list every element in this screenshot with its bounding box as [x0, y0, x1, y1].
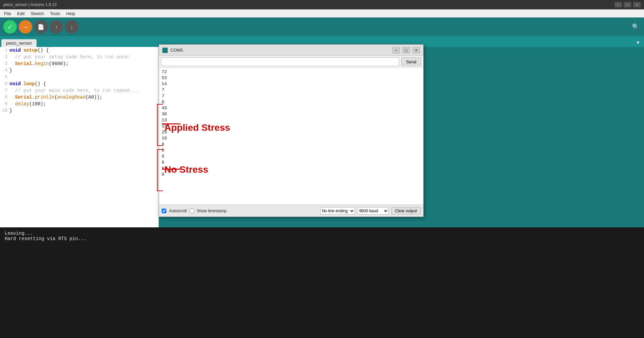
tab-dropdown-button[interactable]: ▾ [633, 38, 643, 47]
output-line: 8 [162, 148, 421, 154]
app-title: peizo_sensor | Arduino 1.8.13 [3, 2, 57, 7]
code-line-5: 5 [0, 74, 159, 80]
code-line-1: 1 void setup() { [0, 47, 159, 54]
code-line-9: 9 delay(100); [0, 101, 159, 107]
title-bar: peizo_sensor | Arduino 1.8.13 − □ × [0, 0, 644, 9]
search-button[interactable]: 🔍 [631, 22, 641, 32]
menu-file[interactable]: File [1, 10, 14, 17]
menu-tools[interactable]: Tools [47, 10, 63, 17]
console-line-1: Leaving... [5, 231, 639, 236]
serial-monitor-footer: Autoscroll Show timestamp No line ending… [159, 205, 423, 217]
serial-monitor-output[interactable]: 72 53 14 7 7 8 49 30 13 10 29 18 9 8 6 8… [159, 68, 423, 205]
title-bar-left: peizo_sensor | Arduino 1.8.13 [3, 2, 57, 7]
serial-monitor-titlebar: COM5 − □ × [159, 45, 423, 56]
serial-monitor-close[interactable]: × [413, 47, 420, 53]
new-button[interactable]: 📄 [34, 20, 48, 34]
upload-button[interactable]: → [19, 20, 32, 34]
save-button[interactable]: ↓ [65, 20, 78, 34]
code-line-10: 10 } [0, 107, 159, 114]
title-bar-controls: − □ × [614, 2, 641, 7]
output-line: 53 [162, 75, 421, 81]
minimize-button[interactable]: − [614, 2, 622, 7]
output-line: 7 [162, 93, 421, 99]
code-line-3: 3 Serial.begin(9600); [0, 60, 159, 67]
output-line: 8 [162, 99, 421, 105]
output-line: 29 [162, 129, 421, 135]
toolbar: ✓ → 📄 ↑ ↓ 🔍 [0, 17, 644, 36]
serial-monitor-window: COM5 − □ × Send 72 53 14 7 7 8 49 30 13 … [159, 44, 424, 217]
timestamp-label: Show timestamp [197, 209, 227, 213]
clear-output-button[interactable]: Clear output [391, 207, 421, 215]
autoscroll-label: Autoscroll [169, 209, 187, 213]
output-line: 8 [162, 160, 421, 166]
code-line-2: 2 // put your setup code here, to run on… [0, 54, 159, 60]
console-output: Leaving... Hard resetting via RTS pin... [0, 227, 644, 338]
tab-peizo-sensor[interactable]: peizo_sensor [1, 39, 37, 47]
menu-sketch[interactable]: Sketch [28, 10, 47, 17]
output-line: 18 [162, 135, 421, 142]
verify-button[interactable]: ✓ [3, 20, 17, 34]
output-line: 7 [162, 87, 421, 93]
code-editor[interactable]: 1 void setup() { 2 // put your setup cod… [0, 47, 159, 227]
close-button[interactable]: × [633, 2, 641, 7]
output-line: 6 [162, 154, 421, 160]
code-line-4: 4 } [0, 67, 159, 74]
code-line-8: 8 Serial.println(analogRead(A0)); [0, 94, 159, 101]
serial-monitor-input-row: Send [159, 56, 423, 68]
serial-monitor-icon [162, 48, 168, 53]
serial-monitor-maximize[interactable]: □ [402, 47, 410, 53]
output-line: 14 [162, 81, 421, 87]
open-button[interactable]: ↑ [50, 20, 63, 34]
maximize-button[interactable]: □ [624, 2, 631, 7]
output-line: 9 [162, 142, 421, 148]
baud-rate-select[interactable]: 300 baud 1200 baud 2400 baud 4800 baud 9… [358, 207, 389, 215]
menu-edit[interactable]: Edit [14, 10, 27, 17]
code-line-7: 7 // put your main code here, to run rep… [0, 87, 159, 94]
serial-monitor-input[interactable] [161, 57, 399, 66]
output-line: 30 [162, 111, 421, 117]
menu-help[interactable]: Help [63, 10, 78, 17]
menu-bar: File Edit Sketch Tools Help [0, 9, 644, 17]
output-line: 49 [162, 105, 421, 111]
output-line: 13 [162, 117, 421, 123]
output-line: 10 [162, 123, 421, 129]
serial-monitor-send-button[interactable]: Send [401, 57, 421, 66]
console-line-2: Hard resetting via RTS pin... [5, 236, 639, 241]
timestamp-checkbox[interactable] [190, 209, 194, 213]
serial-monitor-minimize[interactable]: − [392, 47, 400, 53]
output-line: 8 [162, 166, 421, 172]
output-line: 72 [162, 69, 421, 75]
output-line: 9 [162, 172, 421, 178]
serial-monitor-title: COM5 [170, 48, 390, 53]
autoscroll-checkbox[interactable] [162, 209, 166, 213]
code-line-6: 6 void loop() { [0, 80, 159, 87]
line-ending-select[interactable]: No line ending Newline Carriage return B… [320, 207, 355, 215]
